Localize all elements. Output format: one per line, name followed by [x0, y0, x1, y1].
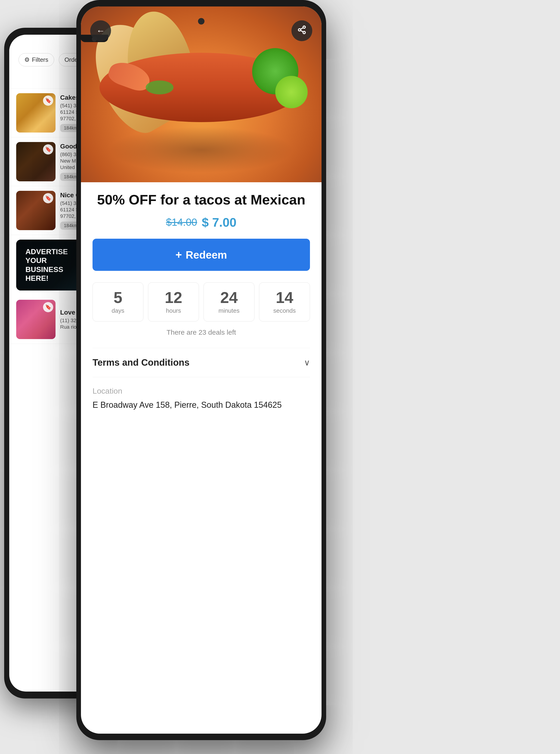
filters-button[interactable]: ⚙ Filters — [19, 53, 54, 66]
herbs-decoration — [146, 81, 174, 94]
location-address: E Broadway Ave 158, Pierre, South Dakota… — [93, 400, 310, 410]
countdown-hours: 12 hours — [148, 282, 199, 322]
plus-icon: + — [176, 248, 182, 261]
share-icon — [297, 25, 306, 37]
seconds-number: 14 — [262, 290, 307, 305]
old-price: $14.00 — [166, 217, 197, 228]
bookmark-button[interactable]: 🔖 — [43, 302, 53, 312]
location-label: Location — [93, 386, 310, 395]
bookmark-button[interactable]: 🔖 — [43, 144, 53, 155]
hero-image: ← — [81, 6, 321, 182]
deal-content: 50% OFF for a tacos at Mexican $14.00 $ … — [81, 182, 321, 428]
svg-line-3 — [300, 30, 303, 32]
plate-decoration — [109, 127, 294, 173]
days-label: days — [95, 307, 141, 314]
terms-title: Terms and Conditions — [93, 357, 189, 368]
food-image — [81, 6, 321, 182]
svg-line-4 — [300, 27, 303, 29]
hours-number: 12 — [151, 290, 196, 305]
item-thumbnail: 🔖 — [16, 93, 56, 133]
countdown-seconds: 14 seconds — [259, 282, 310, 322]
item-thumbnail: 🔖 — [16, 142, 56, 181]
terms-header[interactable]: Terms and Conditions ∨ — [93, 357, 310, 368]
lime-decoration — [275, 76, 308, 108]
item-thumbnail: 🔖 — [16, 300, 56, 339]
countdown-timer: 5 days 12 hours 24 minutes 14 seconds — [93, 282, 310, 322]
phone2-screen: ← 50% OFF for a tacos at Mexican — [81, 6, 321, 734]
pricing-row: $14.00 $ 7.00 — [93, 215, 310, 229]
deals-left-text: There are 23 deals left — [93, 328, 310, 336]
share-button[interactable] — [292, 20, 312, 41]
chevron-down-icon: ∨ — [304, 358, 310, 368]
redeem-button[interactable]: + Redeem — [93, 239, 310, 271]
redeem-label: Redeem — [186, 249, 227, 261]
bookmark-button[interactable]: 🔖 — [43, 96, 53, 106]
phone2-device: ← 50% OFF for a tacos at Mexican — [76, 0, 326, 740]
phone2-camera — [198, 18, 204, 24]
hours-label: hours — [151, 307, 196, 314]
minutes-label: minutes — [206, 307, 252, 314]
deal-title: 50% OFF for a tacos at Mexican — [93, 191, 310, 208]
countdown-minutes: 24 minutes — [203, 282, 255, 322]
seconds-label: seconds — [262, 307, 307, 314]
days-number: 5 — [95, 290, 141, 305]
countdown-days: 5 days — [93, 282, 143, 322]
back-button[interactable]: ← — [90, 20, 111, 41]
bookmark-button[interactable]: 🔖 — [43, 193, 53, 203]
filters-label: Filters — [32, 56, 48, 63]
back-arrow-icon: ← — [96, 26, 105, 36]
new-price: $ 7.00 — [202, 215, 236, 229]
terms-section: Terms and Conditions ∨ — [93, 348, 310, 377]
item-thumbnail: 🔖 — [16, 191, 56, 230]
minutes-number: 24 — [206, 290, 252, 305]
filter-icon: ⚙ — [24, 56, 29, 63]
location-section: Location E Broadway Ave 158, Pierre, Sou… — [93, 377, 310, 419]
